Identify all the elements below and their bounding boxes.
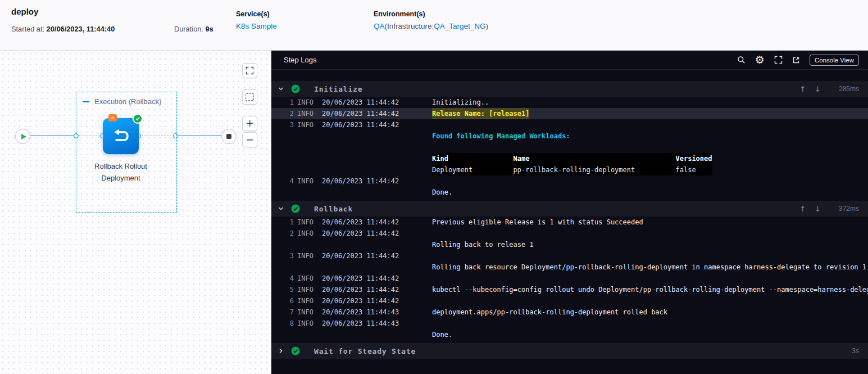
log-section-title: Wait for Steady State — [314, 347, 416, 355]
zoom-out-button[interactable]: − — [242, 132, 257, 147]
log-level — [297, 187, 319, 198]
log-section-header[interactable]: Rollback ↑ ↓ 372ms — [271, 201, 868, 217]
log-section: Rollback ↑ ↓ 372ms 1 INFO 20/06/2023 11:… — [271, 201, 868, 340]
log-timestamp — [322, 164, 429, 175]
log-line-number: 2 — [286, 108, 294, 119]
log-level: INFO — [297, 97, 319, 108]
log-section-header[interactable]: Wait for Steady State ↑ ↓ 3s — [271, 343, 868, 359]
scroll-top-button[interactable]: ↑ — [799, 85, 806, 93]
log-message: Rolling back resource Deployment/pp-roll… — [432, 262, 866, 273]
scroll-buttons: ↑ ↓ — [799, 205, 821, 213]
log-level: INFO — [297, 228, 319, 239]
step-node-rollback-rollout[interactable]: ≡ — [103, 118, 139, 154]
log-settings-button[interactable]: ⚙ — [755, 55, 765, 65]
pipeline-start-node[interactable] — [15, 129, 30, 144]
log-section-title: Rollback — [314, 205, 353, 213]
log-line — [271, 142, 868, 153]
log-message: Kind Name Versioned — [432, 153, 712, 164]
minus-icon: − — [246, 135, 253, 145]
marquee-select-button[interactable] — [242, 89, 257, 105]
zoom-in-button[interactable]: + — [242, 116, 257, 131]
console-view-button[interactable]: Console View — [810, 55, 859, 66]
environment-link[interactable]: QA — [374, 22, 385, 30]
log-section-body: 1 INFO 20/06/2023 11:44:42 Previous elig… — [271, 217, 868, 340]
fullscreen-canvas-button[interactable] — [242, 63, 257, 78]
log-line-number: 2 — [286, 228, 294, 239]
collapse-group-icon[interactable] — [83, 101, 89, 102]
log-line-number: 5 — [286, 284, 294, 295]
services-label: Service(s) — [236, 10, 374, 18]
success-check-icon — [291, 84, 300, 93]
open-in-new-tab-button[interactable] — [792, 56, 800, 64]
log-line: Done. — [271, 329, 868, 340]
edge-line — [176, 136, 221, 136]
log-timestamp — [322, 239, 429, 250]
edge-line — [30, 136, 76, 136]
log-level: INFO — [297, 108, 319, 119]
log-line-number: 8 — [286, 318, 294, 329]
log-level — [297, 262, 319, 273]
log-level: INFO — [297, 175, 319, 187]
log-timestamp: 20/06/2023 11:44:42 — [322, 217, 429, 228]
started-at: Started at: 20/06/2023, 11:44:40 — [11, 25, 174, 33]
stop-icon — [226, 134, 231, 139]
log-line: 5 INFO 20/06/2023 11:44:42 kubectl --kub… — [271, 284, 868, 295]
log-timestamp: 20/06/2023 11:44:43 — [322, 307, 429, 318]
log-line-number — [286, 142, 294, 153]
log-timestamp: 20/06/2023 11:44:42 — [322, 175, 429, 187]
execution-summary: deploy Started at: 20/06/2023, 11:44:40 … — [11, 6, 236, 33]
log-line: 8 INFO 20/06/2023 11:44:43 — [271, 318, 868, 329]
infrastructure-suffix: ) — [486, 22, 489, 30]
marquee-icon — [246, 93, 254, 101]
log-level — [297, 130, 319, 142]
log-section: Wait for Steady State ↑ ↓ 3s — [271, 343, 868, 359]
chevron-right-icon[interactable] — [278, 348, 284, 354]
log-line-number — [286, 187, 294, 198]
search-icon — [737, 56, 746, 64]
log-section-title: Initialize — [314, 85, 362, 93]
success-check-icon — [291, 346, 300, 355]
log-message: Previous eligible Release is 1 with stat… — [432, 217, 643, 228]
log-line: 6 INFO 20/06/2023 11:44:42 — [271, 295, 868, 307]
log-line: 2 INFO 20/06/2023 11:44:42 — [271, 228, 868, 239]
log-level: INFO — [297, 250, 319, 262]
expand-logs-button[interactable] — [774, 56, 783, 64]
pipeline-canvas[interactable]: + − Execution (Rollback) — [0, 51, 271, 374]
log-line: 3 INFO 20/06/2023 11:44:42 — [271, 119, 868, 130]
scroll-bottom-button[interactable]: ↓ — [815, 205, 821, 213]
log-level: INFO — [297, 273, 319, 284]
play-icon — [21, 134, 26, 139]
log-timestamp: 20/06/2023 11:44:42 — [322, 273, 429, 284]
log-message: Done. — [432, 329, 452, 340]
step-node-label: Rollback Rollout Deployment — [80, 161, 161, 184]
pipeline-end-node[interactable] — [221, 129, 237, 144]
log-timestamp: 20/06/2023 11:44:42 — [322, 284, 429, 295]
log-line-number — [286, 153, 294, 164]
log-level: INFO — [297, 318, 319, 329]
service-link[interactable]: K8s Sample — [236, 22, 277, 30]
duration-label: Duration: — [174, 25, 205, 33]
log-section-body: 1 INFO 20/06/2023 11:44:42 Initializing.… — [271, 97, 868, 198]
log-sections: Initialize ↑ ↓ 285ms 1 INFO 20/06/2023 1… — [271, 70, 868, 374]
infrastructure-prefix: (Infrastructure: — [385, 22, 434, 30]
log-line: 3 INFO 20/06/2023 11:44:42 — [271, 250, 868, 262]
search-logs-button[interactable] — [737, 56, 746, 64]
chevron-down-icon[interactable] — [278, 85, 284, 92]
log-line-number: 4 — [286, 273, 294, 284]
gear-icon: ⚙ — [755, 55, 765, 65]
chevron-down-icon[interactable] — [278, 205, 284, 212]
log-timestamp — [322, 142, 429, 153]
section-duration: 372ms — [830, 205, 859, 213]
log-line: 2 INFO 20/06/2023 11:44:42 Release Name:… — [271, 108, 868, 119]
log-section-header[interactable]: Initialize ↑ ↓ 285ms — [271, 81, 868, 97]
scroll-bottom-button[interactable]: ↓ — [815, 85, 821, 93]
log-timestamp — [322, 329, 429, 340]
log-message: deployment.apps/pp-rollback-rolling-depl… — [432, 307, 667, 318]
infrastructure-link[interactable]: QA_Target_NG — [434, 22, 485, 30]
log-line-number: 3 — [286, 250, 294, 262]
scroll-top-button[interactable]: ↑ — [799, 205, 806, 213]
started-at-label: Started at: — [11, 25, 47, 33]
open-in-new-icon — [792, 56, 800, 64]
duration: Duration: 9s — [174, 25, 213, 33]
log-message: Initializing.. — [432, 97, 489, 108]
